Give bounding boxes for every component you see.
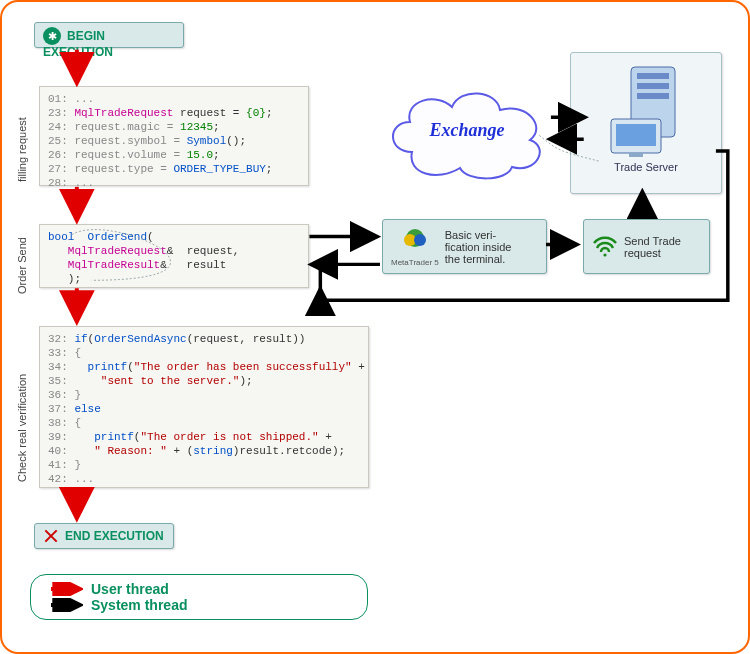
server-icon xyxy=(601,59,691,159)
metatrader5-label: MetaTrader 5 xyxy=(391,258,439,267)
svg-rect-10 xyxy=(629,153,643,157)
diagram-canvas: filling request Order Send Check real ve… xyxy=(0,0,750,654)
label-order-send: Order Send xyxy=(16,224,28,294)
legend-system-thread: System thread xyxy=(49,597,349,613)
svg-rect-5 xyxy=(637,73,669,79)
legend: User thread System thread xyxy=(30,574,368,620)
svg-point-2 xyxy=(414,234,426,246)
svg-rect-7 xyxy=(637,93,669,99)
begin-execution-node: ✱BEGIN EXECUTION xyxy=(34,22,184,48)
legend-system-label: System thread xyxy=(91,597,187,613)
exchange-label: Exchange xyxy=(382,120,552,141)
trade-server-label: Trade Server xyxy=(571,161,721,173)
end-execution-node: END EXECUTION xyxy=(34,523,174,549)
svg-point-3 xyxy=(603,253,606,256)
send-trade-request-node: Send Trade request xyxy=(583,219,710,274)
wifi-icon xyxy=(592,235,618,259)
basic-verification-text: Basic veri- fication inside the terminal… xyxy=(445,229,512,265)
svg-rect-6 xyxy=(637,83,669,89)
basic-verification-node: MetaTrader 5 Basic veri- fication inside… xyxy=(382,219,547,274)
exchange-cloud: Exchange xyxy=(382,82,552,182)
close-icon xyxy=(43,528,59,544)
trade-server-node: Trade Server xyxy=(570,52,722,194)
code-filling-request: 01: ... 23: MqlTradeRequest request = {0… xyxy=(39,86,309,186)
code-check-verification: 32: if(OrderSendAsync(request, result)) … xyxy=(39,326,369,488)
label-check-verification: Check real verification xyxy=(16,332,28,482)
svg-rect-9 xyxy=(616,124,656,146)
end-label: END EXECUTION xyxy=(65,529,164,543)
send-trade-text: Send Trade request xyxy=(624,235,681,259)
gear-icon: ✱ xyxy=(43,27,61,45)
legend-user-label: User thread xyxy=(91,581,169,597)
legend-user-thread: User thread xyxy=(49,581,349,597)
metatrader5-icon: MetaTrader 5 xyxy=(391,226,439,267)
label-filling-request: filling request xyxy=(16,102,28,182)
code-ordersend: bool OrderSend( MqlTradeRequest& request… xyxy=(39,224,309,288)
